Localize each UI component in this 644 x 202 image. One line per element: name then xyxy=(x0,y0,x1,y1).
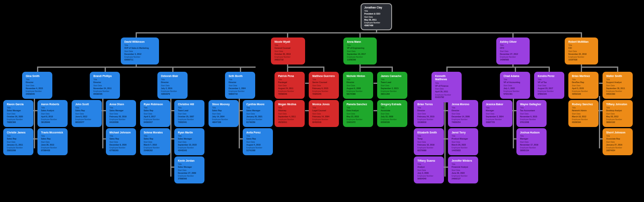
title-value: CFO xyxy=(500,47,526,50)
start-label: Start Date xyxy=(347,113,369,115)
org-node-kperez[interactable]: Kendra PerezTitleVP of TaxStart DateAugu… xyxy=(534,72,564,99)
org-node-aperez[interactable]: Anita PerezTitleSales RepStart DateAugus… xyxy=(243,128,273,155)
org-node-wgal[interactable]: Wayne GallagherTitleTax AccountantStart … xyxy=(516,100,547,127)
org-node-nhint[interactable]: Nichole HintonTitleDirectorStart DateAug… xyxy=(343,72,373,99)
title-value: VP of Tax xyxy=(538,81,561,84)
org-node-tjohn[interactable]: Tiffany JohnstonTitleDesktop AnalystStar… xyxy=(603,100,633,127)
org-node-cmoore[interactable]: Cynthia MooreTitleSales ManagerStart Dat… xyxy=(243,100,273,127)
node-name: Patrick Pena xyxy=(278,75,301,78)
start-value: November 4, 2015 xyxy=(26,87,49,90)
org-node-sjohn[interactable]: Sherri JohnsonTitleAssociate RepStart Da… xyxy=(603,128,633,155)
org-node-cadams[interactable]: Chad AdamsTitleVP of AccountingStart Dat… xyxy=(500,72,530,99)
org-node-aolsen[interactable]: Anna OlsenTitleSales ManagerStart DateFe… xyxy=(106,100,136,127)
org-node-rmcm[interactable]: Robert McMillanTitleCIOStart DateNovembe… xyxy=(565,37,598,65)
org-node-mguer[interactable]: Matthew GuerreroTitleSenior CounselStart… xyxy=(309,72,339,99)
org-node-kmatt[interactable]: Kenneth MatthewsTitleVP of FinanceStart … xyxy=(431,72,462,102)
emp-label: Employee Number xyxy=(275,56,301,58)
title-label: Title xyxy=(568,44,594,47)
org-node-rsan[interactable]: Rodney SanchezTitleNetwork AdminStart Da… xyxy=(568,100,599,127)
org-node-tmcc[interactable]: Travis MccormickTitleSales RepStart Date… xyxy=(37,128,68,155)
start-value: October 25, 2007 xyxy=(178,115,201,118)
emp-value: 99533577 xyxy=(75,121,98,124)
org-node-mjohn[interactable]: Michael JohnsonTitleSales RepStart DateD… xyxy=(106,128,136,155)
node-name: Sherri Johnson xyxy=(606,131,629,134)
connector xyxy=(136,32,581,33)
org-node-wsmith[interactable]: Walter SmithTitleSupport AnalystStart Da… xyxy=(603,72,633,99)
connector xyxy=(240,67,241,72)
title-value: Temp xyxy=(417,137,440,140)
title-label: Title xyxy=(212,107,235,109)
title-value: Sales Rep xyxy=(144,137,167,140)
org-node-gsmith[interactable]: Gina SmithTitleDirectorStart DateNovembe… xyxy=(22,72,52,99)
start-value: December 1, 2004 xyxy=(229,87,252,90)
org-node-ppena[interactable]: Patrick PenaTitleParalegalStart DateAugu… xyxy=(275,72,305,99)
title-label: Title xyxy=(144,107,167,109)
start-label: Start Date xyxy=(229,85,252,87)
org-node-rrob[interactable]: Ryan RobinsonTitleSales RepStart DateApr… xyxy=(140,100,170,127)
org-node-tsuar[interactable]: Tiffany SuarezTitleAnalystStart DateJuly… xyxy=(414,156,444,183)
org-node-gest[interactable]: Gregory EstradaTitleAssociateStart DateJ… xyxy=(377,100,407,127)
org-node-jmor[interactable]: Jenna MorenoTitleDirectorStart DateDecem… xyxy=(448,100,478,127)
start-label: Start Date xyxy=(381,113,404,115)
org-node-bmart[interactable]: Brian MartinezTitleDev/Sec RepStart Date… xyxy=(568,72,599,99)
node-name: Christine Hill xyxy=(178,103,201,106)
org-node-bphil[interactable]: Brandi PhillipsTitleDirectorStart DateNo… xyxy=(90,72,120,99)
title-label: Title xyxy=(452,163,475,166)
title-label: Title xyxy=(312,107,335,109)
start-value: August 24, 2011 xyxy=(278,87,301,90)
title-value: Manager xyxy=(520,137,543,140)
node-name: Wayne Gallagher xyxy=(520,103,543,106)
org-node-mmed[interactable]: Megan MedinaTitleAttorneyStart DateSepte… xyxy=(275,100,305,127)
org-node-cjames[interactable]: Christie JamesTitleSales RepStart DateJa… xyxy=(3,128,33,155)
org-node-arob[interactable]: Aaron RobertsTitleSales AnalystStart Dat… xyxy=(37,100,68,127)
org-node-amann[interactable]: Anna MannTitleVP of EngineeringStart Dat… xyxy=(343,37,377,65)
title-value: General Counsel xyxy=(275,47,301,50)
emp-value: 42863979 xyxy=(161,93,184,96)
org-node-dwilk[interactable]: David WilkinsonTitleSVP of Sales & Marke… xyxy=(121,37,159,65)
title-value: Director xyxy=(26,81,49,84)
org-node-jcam[interactable]: James CamachoTitleTeam LeadStart DateSep… xyxy=(377,72,407,99)
org-node-aoliver[interactable]: Ashley OliverTitleCFOStart DateDecember … xyxy=(496,37,530,65)
connector xyxy=(34,96,35,148)
org-node-jhud[interactable]: Joshua HudsonTitleManagerStart DateNovem… xyxy=(516,128,547,155)
start-value: November 6, 2015 xyxy=(520,115,543,118)
start-label: Start Date xyxy=(7,141,30,144)
title-label: Title xyxy=(26,79,49,81)
node-name: Brian Torres xyxy=(417,103,440,106)
org-node-btorr[interactable]: Brian TorresTitleDirectorStart DateFebru… xyxy=(414,100,444,127)
org-node-smor[interactable]: Selena MoralesTitleSales RepStart DateMa… xyxy=(140,128,170,155)
connector xyxy=(359,67,393,68)
start-label: Start Date xyxy=(417,113,440,115)
title-label: Title xyxy=(347,79,369,81)
org-node-ceo[interactable]: Jonathan ClayTitlePresident & CEOStart D… xyxy=(361,3,392,30)
title-value: Director xyxy=(452,109,475,112)
title-label: Title xyxy=(109,135,132,137)
title-label: Title xyxy=(500,44,526,47)
org-node-jwint[interactable]: Jennifer WintersTitleFinancial AnalystSt… xyxy=(448,156,478,183)
org-node-psan[interactable]: Pamela SanchezTitleData AnalystStart Dat… xyxy=(343,100,373,127)
org-node-esmith[interactable]: Elizabeth SmithTitleTempStart DateFebrua… xyxy=(414,128,444,155)
title-label: Title xyxy=(347,44,373,47)
title-value: Director xyxy=(417,109,440,112)
title-value: Associate Rep xyxy=(606,137,629,140)
org-node-sbooth[interactable]: Seth BoothTitleDirectorStart DateDecembe… xyxy=(225,72,255,99)
org-node-jscott[interactable]: John ScottTitleSales RepStart DateJune 6… xyxy=(72,100,102,127)
emp-label: Employee Number xyxy=(452,175,475,177)
org-node-rmart[interactable]: Ryan MartinTitleSales ManagerStart DateS… xyxy=(174,128,204,155)
org-node-dblair[interactable]: Deborah BlairTitleDirectorStart DateJuly… xyxy=(157,72,188,99)
org-node-jterry[interactable]: Jared TerryTitleProduct ManagerStart Dat… xyxy=(448,128,478,155)
org-node-kjord[interactable]: Kevin JordanTitleSales ManagerStart Date… xyxy=(174,156,204,183)
start-value: April 29, 2011 xyxy=(435,90,458,93)
org-node-nwyatt[interactable]: Nicole WyattTitleGeneral CounselStart Da… xyxy=(271,37,305,65)
title-label: Title xyxy=(606,107,629,109)
org-node-jbaker[interactable]: Jessica BakerTitleManagerStart DateSepte… xyxy=(482,100,512,127)
org-node-rgarcia[interactable]: Raven GarciaTitleSales ManagerStart Date… xyxy=(3,100,33,127)
start-label: Start Date xyxy=(246,113,269,115)
start-value: July 3, 2006 xyxy=(417,172,440,175)
org-node-mjones[interactable]: Monica JonesTitleLegal CounselStart Date… xyxy=(309,100,339,127)
org-node-smoon[interactable]: Steve MooneyTitleSales RepStart DateJuly… xyxy=(208,100,239,127)
org-node-chill[interactable]: Christine HillTitleTeam LeadStart DateOc… xyxy=(174,100,204,127)
start-label: Start Date xyxy=(606,85,629,87)
start-value: September 10, 2022 xyxy=(178,144,201,146)
connector xyxy=(549,67,550,72)
